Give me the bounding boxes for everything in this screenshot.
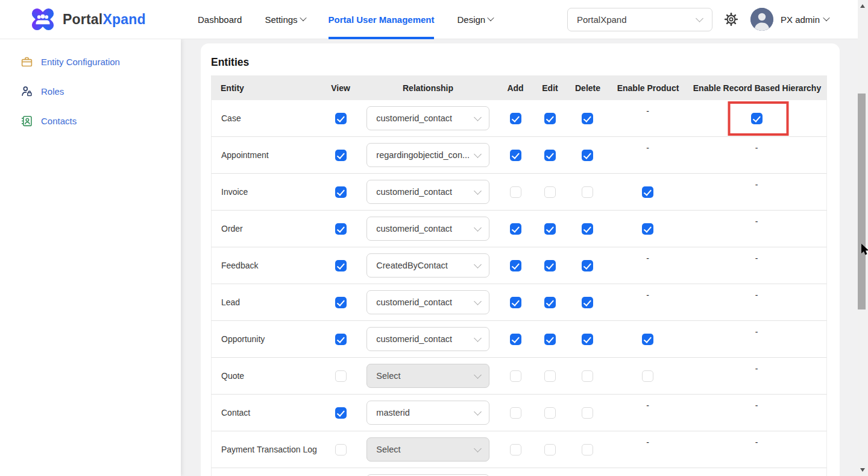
- edit-checkbox-checked[interactable]: [544, 223, 556, 235]
- add-checkbox-unchecked[interactable]: [510, 370, 521, 382]
- enable_product-checkbox-checked[interactable]: [642, 186, 653, 198]
- view-checkbox-unchecked[interactable]: [335, 444, 347, 455]
- cell-view: [323, 100, 359, 136]
- relationship-select[interactable]: customerid_contact: [366, 217, 489, 241]
- edit-checkbox-checked[interactable]: [544, 297, 556, 308]
- add-checkbox-unchecked[interactable]: [510, 444, 521, 455]
- add-checkbox-checked[interactable]: [510, 297, 521, 308]
- delete-checkbox-checked[interactable]: [582, 260, 593, 271]
- view-checkbox-checked[interactable]: [335, 260, 347, 271]
- scrollbar-thumb[interactable]: [858, 94, 866, 309]
- edit-checkbox-checked[interactable]: [544, 260, 556, 271]
- delete-checkbox-unchecked[interactable]: [582, 186, 593, 198]
- gear-icon[interactable]: [723, 11, 739, 27]
- edit-checkbox-checked[interactable]: [544, 334, 556, 345]
- cell-relationship: customerid_contact: [359, 100, 498, 136]
- enable_product-checkbox-checked[interactable]: [642, 223, 653, 235]
- view-checkbox-checked[interactable]: [335, 223, 347, 235]
- add-checkbox-checked[interactable]: [510, 223, 521, 235]
- nav-settings[interactable]: Settings: [265, 0, 305, 39]
- relationship-select[interactable]: CreatedByContact: [366, 253, 489, 278]
- add-checkbox-checked[interactable]: [510, 260, 521, 271]
- edit-checkbox-checked[interactable]: [544, 113, 556, 124]
- view-checkbox-checked[interactable]: [335, 113, 347, 124]
- view-checkbox-checked[interactable]: [335, 297, 347, 308]
- entities-table: EntityViewRelationshipAddEditDeleteEnabl…: [211, 75, 827, 476]
- cell-add: [497, 431, 533, 468]
- scroll-up-arrow-icon[interactable]: [860, 4, 865, 8]
- edit-checkbox-checked[interactable]: [544, 150, 556, 161]
- main-nav: Dashboard Settings Portal User Managemen…: [198, 0, 493, 39]
- user-avatar[interactable]: [750, 8, 773, 31]
- cell-record_hierarchy: -: [687, 358, 826, 394]
- scroll-down-arrow-icon[interactable]: [860, 468, 865, 472]
- relationship-select[interactable]: Select: [366, 437, 489, 462]
- table-row-appointment: Appointmentregardingobjectid_con...--: [211, 137, 827, 174]
- chevron-down-icon: [474, 408, 482, 416]
- cell-delete: [567, 431, 609, 468]
- edit-checkbox-unchecked[interactable]: [544, 370, 556, 382]
- portal-select[interactable]: PortalXpand: [567, 8, 712, 31]
- relationship-select[interactable]: regardingobjectid_con...: [366, 143, 489, 167]
- view-checkbox-checked[interactable]: [335, 186, 347, 198]
- add-checkbox-checked[interactable]: [510, 150, 521, 161]
- relationship-select[interactable]: customerid_contact: [366, 290, 489, 314]
- enable_product-checkbox-unchecked[interactable]: [642, 370, 653, 382]
- table-body: Casecustomerid_contact-Appointmentregard…: [211, 100, 827, 476]
- enable_product-checkbox-checked[interactable]: [642, 334, 653, 345]
- delete-checkbox-checked[interactable]: [582, 297, 593, 308]
- cell-add: [497, 321, 533, 357]
- delete-checkbox-checked[interactable]: [582, 113, 593, 124]
- delete-checkbox-unchecked[interactable]: [582, 370, 593, 382]
- cell-delete: [567, 395, 609, 431]
- delete-checkbox-unchecked[interactable]: [582, 407, 593, 419]
- nav-portal-user-management[interactable]: Portal User Management: [329, 0, 435, 39]
- edit-checkbox-unchecked[interactable]: [544, 186, 556, 198]
- add-checkbox-checked[interactable]: [510, 113, 521, 124]
- cell-edit: [533, 395, 567, 431]
- cell-edit: [533, 137, 567, 173]
- add-checkbox-unchecked[interactable]: [510, 186, 521, 198]
- red-highlight-box: [728, 101, 789, 136]
- view-checkbox-checked[interactable]: [335, 407, 347, 419]
- cell-relationship: customerid_contact: [359, 211, 498, 247]
- sidebar-item-contacts[interactable]: Contacts: [0, 106, 181, 136]
- cell-view: [323, 431, 359, 468]
- app-logo[interactable]: PortalXpand: [29, 5, 146, 33]
- nav-design[interactable]: Design: [457, 0, 493, 39]
- relationship-select[interactable]: customerid_contact: [366, 180, 489, 204]
- table-row-opportunity: Opportunitycustomerid_contact-: [211, 321, 827, 358]
- delete-checkbox-unchecked[interactable]: [582, 444, 593, 455]
- user-menu[interactable]: PX admin: [781, 0, 829, 39]
- relationship-select[interactable]: customerid_contact: [366, 327, 489, 351]
- nav-dashboard[interactable]: Dashboard: [198, 0, 242, 39]
- relationship-select[interactable]: Select: [366, 364, 489, 388]
- sidebar-item-entity-configuration[interactable]: Entity Configuration: [0, 47, 181, 77]
- main-content: Entities EntityViewRelationshipAddEditDe…: [181, 39, 858, 476]
- add-checkbox-checked[interactable]: [510, 334, 521, 345]
- delete-checkbox-checked[interactable]: [582, 150, 593, 161]
- edit-checkbox-unchecked[interactable]: [544, 444, 556, 455]
- delete-checkbox-checked[interactable]: [582, 334, 593, 345]
- person-silhouette-icon: [750, 8, 773, 31]
- record_hierarchy-empty-dash: -: [755, 180, 758, 189]
- cell-enable_product: [609, 358, 687, 394]
- view-checkbox-unchecked[interactable]: [335, 370, 347, 382]
- delete-checkbox-checked[interactable]: [582, 223, 593, 235]
- cell-edit: [533, 431, 567, 468]
- cell-entity: Invoice: [212, 174, 323, 210]
- vertical-scrollbar[interactable]: [858, 0, 868, 476]
- cell-enable_product: [609, 321, 687, 357]
- enable_product-empty-dash: -: [646, 290, 649, 300]
- entity-name: Case: [221, 113, 241, 123]
- relationship-select[interactable]: customerid_contact: [366, 106, 489, 130]
- cell-entity: Payment Transaction Log: [212, 431, 323, 468]
- view-checkbox-checked[interactable]: [335, 334, 347, 345]
- edit-checkbox-unchecked[interactable]: [544, 407, 556, 419]
- relationship-select[interactable]: masterid: [366, 401, 489, 425]
- view-checkbox-checked[interactable]: [335, 150, 347, 161]
- relationship-select-value: masterid: [376, 408, 410, 417]
- cell-record_hierarchy: -: [687, 174, 826, 210]
- sidebar-item-roles[interactable]: Roles: [0, 77, 181, 106]
- add-checkbox-unchecked[interactable]: [510, 407, 521, 419]
